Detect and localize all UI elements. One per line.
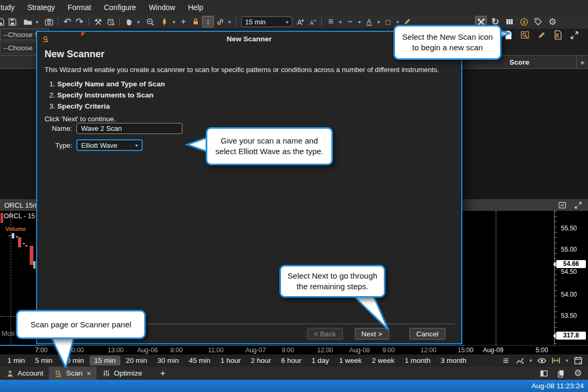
popout-chart-icon[interactable] <box>556 199 568 211</box>
menu-configure[interactable]: Configure <box>98 3 143 12</box>
menu-help[interactable]: Help <box>181 3 209 12</box>
timeframe-45min[interactable]: 45 min <box>184 355 215 366</box>
interval-dropdown-icon: ▾ <box>286 16 288 28</box>
back-button[interactable]: < Back <box>307 328 343 340</box>
cancel-button[interactable]: Cancel <box>409 328 445 340</box>
screenshot-camera-icon[interactable] <box>43 16 55 28</box>
duplicate-pages-icon[interactable] <box>555 368 567 379</box>
menu-window[interactable]: Window <box>143 3 182 12</box>
add-study-dropdown-icon[interactable]: ▾ <box>528 355 534 367</box>
tabbar-right-tools: ⚙ <box>538 368 588 379</box>
scan-name-input[interactable] <box>76 123 182 134</box>
price-axis[interactable]: 55.50 55.00 54.50 54.00 53.50 54.66 317.… <box>554 211 588 345</box>
workspace-gear-icon[interactable]: ⚙ <box>572 368 584 379</box>
price-tick: 54.50 <box>561 268 577 275</box>
layout-panels-icon[interactable] <box>538 368 550 379</box>
line-width-dropdown-icon[interactable]: ▾ <box>337 16 344 28</box>
undo-icon[interactable]: ↶ <box>62 16 73 28</box>
svg-text:A: A <box>366 17 371 25</box>
save-all-icon[interactable] <box>6 16 18 28</box>
timeframe-1week[interactable]: 1 week <box>335 355 367 366</box>
zoom-out-icon[interactable] <box>144 16 156 28</box>
price-label-tag-icon[interactable] <box>532 16 544 28</box>
line-style-dropdown-icon[interactable]: ▾ <box>356 16 363 28</box>
toolbar-divider <box>119 17 120 26</box>
timeframe-1hour[interactable]: 1 hour <box>216 355 245 366</box>
scan-type-value: Elliott Wave <box>81 141 117 149</box>
font-decrease-icon[interactable]: A <box>306 16 318 28</box>
alarm-add-icon[interactable] <box>104 16 116 28</box>
add-study-chart-icon[interactable] <box>514 355 525 367</box>
build-tools-icon[interactable]: ⚒ <box>92 16 104 28</box>
tab-account[interactable]: Account <box>0 367 49 380</box>
wizard-steps-list: Specify Name and Type of Scan Specify In… <box>46 78 461 112</box>
text-color-dropdown-icon[interactable]: ▾ <box>375 16 382 28</box>
scale-range-dropdown-icon[interactable]: ▾ <box>564 355 570 367</box>
calendar-icon[interactable] <box>572 355 584 367</box>
pan-hand-icon[interactable] <box>123 16 135 28</box>
tab-optimize[interactable]: Optimize <box>96 367 147 380</box>
menu-strategy[interactable]: Strategy <box>21 3 61 12</box>
fit-vertical-icon[interactable]: ↕ <box>202 16 214 28</box>
svg-text:$: $ <box>522 19 525 25</box>
visibility-eye-icon[interactable] <box>536 355 548 367</box>
open-file-icon[interactable] <box>22 16 33 28</box>
edit-scan-icon[interactable] <box>536 29 547 41</box>
candlestick <box>12 233 14 238</box>
unlink-dropdown-icon[interactable]: ▾ <box>226 16 233 28</box>
timeframe-menu-icon[interactable]: ≡ <box>500 355 512 367</box>
export-excel-icon[interactable]: X <box>552 29 564 41</box>
time-sales-icon[interactable]: $ <box>518 16 530 28</box>
line-width-icon[interactable]: ≡ <box>325 16 337 28</box>
timeframe-3month[interactable]: 3 month <box>436 355 471 366</box>
text-color-icon[interactable]: A <box>363 16 375 28</box>
save-icon[interactable] <box>0 16 6 28</box>
timeframe-2hour[interactable]: 2 hour <box>246 355 276 366</box>
timeframe-20min[interactable]: 20 min <box>121 355 152 366</box>
crosshair-add-icon[interactable]: + <box>178 16 189 28</box>
shape-fill-icon[interactable]: □ <box>382 16 394 28</box>
timeframe-30min[interactable]: 30 min <box>153 355 184 366</box>
font-increase-icon[interactable]: A <box>294 16 306 28</box>
time-tick: Aug-09 <box>483 346 504 354</box>
open-file-dropdown-icon[interactable]: ▾ <box>34 16 40 28</box>
callout-name-type: Give your scan a name and select Elliott… <box>206 127 333 165</box>
new-scanner-dialog: New Scanner New Scanner This Wizard will… <box>36 31 462 344</box>
candlestick <box>23 243 25 244</box>
svg-text:A: A <box>297 17 302 26</box>
volume-study-label: Volume <box>5 226 26 232</box>
bar-type-icon[interactable] <box>159 16 170 28</box>
page-tab-bar: Account Scan × Optimize + ⚙ <box>0 367 588 380</box>
link-lock-icon[interactable] <box>190 16 201 28</box>
bar-type-dropdown-icon[interactable]: ▾ <box>171 16 177 28</box>
line-style-icon[interactable]: ┅ <box>344 16 356 28</box>
columns-table-icon[interactable] <box>504 16 515 28</box>
timeframe-2week[interactable]: 2 week <box>367 355 399 366</box>
timeframe-1min[interactable]: 1 min <box>3 355 30 366</box>
maximize-chart-icon[interactable] <box>572 199 584 211</box>
timeframe-1day[interactable]: 1 day <box>307 355 334 366</box>
timeframe-1month[interactable]: 1 month <box>400 355 435 366</box>
redo-icon[interactable]: ↷ <box>74 16 85 28</box>
timeframe-6hour[interactable]: 6 hour <box>276 355 306 366</box>
scale-range-icon[interactable] <box>550 355 561 367</box>
callout-arrow-down <box>47 335 84 370</box>
menu-format[interactable]: Format <box>62 3 98 12</box>
time-tick: 7:00 <box>35 346 47 354</box>
required-field-marker <box>81 32 85 37</box>
time-axis[interactable]: 7:00 10:00 13:00 Aug-06 8:00 11:00 Aug-0… <box>0 346 588 354</box>
add-tab-button[interactable]: + <box>147 367 171 380</box>
timeframe-15min[interactable]: 15 min <box>90 355 121 366</box>
menu-study[interactable]: tudy <box>0 3 21 12</box>
pan-dropdown-icon[interactable]: ▾ <box>135 16 142 28</box>
expand-panel-icon[interactable] <box>568 29 580 41</box>
close-tab-icon[interactable]: × <box>87 369 91 378</box>
add-column-button[interactable]: + <box>576 56 588 68</box>
sliders-icon <box>102 368 111 379</box>
interval-combobox[interactable]: 15 min ▾ <box>241 16 292 27</box>
scan-type-select[interactable]: Elliott Wave ▾ <box>76 139 143 151</box>
unlink-icon[interactable] <box>214 16 226 28</box>
session-divider-line <box>496 211 496 345</box>
settings-gear-icon[interactable]: ⚙ <box>547 16 558 28</box>
view-scan-icon[interactable] <box>519 29 531 41</box>
